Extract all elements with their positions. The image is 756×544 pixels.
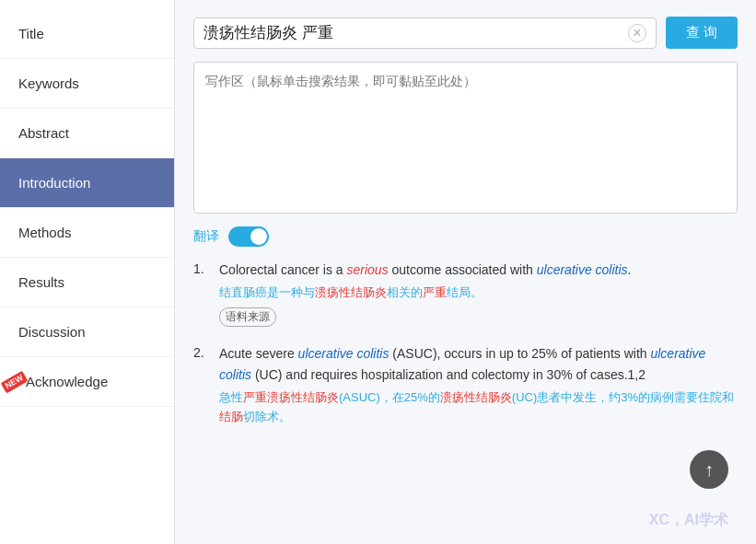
sidebar-item-label: Results [18, 274, 64, 290]
result-num-2: 2. [193, 343, 212, 426]
sidebar-item-label: Abstract [18, 125, 69, 141]
main-content: × 查 询 翻译 1. Colorectal cancer is a serio… [175, 0, 756, 544]
translate-label: 翻译 [193, 228, 219, 245]
scroll-up-icon: ↑ [704, 459, 714, 480]
sidebar-item-title[interactable]: Title [0, 9, 174, 59]
result-zh-1: 结直肠癌是一种与溃疡性结肠炎相关的严重结局。 [219, 284, 738, 303]
zh-highlight-severe: 严重溃疡性结肠炎 [243, 390, 339, 404]
result-item-2: 2. Acute severe ulcerative colitis (ASUC… [193, 343, 738, 426]
sidebar-item-results[interactable]: Results [0, 258, 174, 307]
search-input[interactable] [204, 24, 628, 42]
translate-toggle[interactable] [228, 226, 269, 247]
sidebar-item-label: Keywords [18, 75, 79, 91]
toggle-slider [228, 226, 269, 247]
results-list: 1. Colorectal cancer is a serious outcom… [193, 260, 738, 427]
search-button[interactable]: 查 询 [666, 17, 738, 49]
new-badge: NEW [1, 370, 29, 393]
scroll-up-button[interactable]: ↑ [690, 450, 728, 489]
sidebar-item-acknowledge[interactable]: NEW Acknowledge [0, 357, 174, 407]
sidebar: Title Keywords Abstract Introduction Met… [0, 0, 175, 544]
result-num-1: 1. [193, 260, 212, 327]
translate-row: 翻译 [193, 226, 738, 247]
highlight-uc1: ulcerative colitis [537, 262, 628, 277]
result-en-2: Acute severe ulcerative colitis (ASUC), … [219, 343, 738, 385]
result-zh-2: 急性严重溃疡性结肠炎(ASUC)，在25%的溃疡性结肠炎(UC)患者中发生，约3… [219, 388, 738, 427]
result-content-1: Colorectal cancer is a serious outcome a… [219, 260, 738, 327]
sidebar-item-label: Acknowledge [26, 374, 108, 389]
highlight-serious: serious [347, 262, 389, 277]
zh-highlight-colon: 结肠 [219, 410, 243, 423]
sidebar-item-label: Methods [18, 225, 72, 240]
zh-highlight-uc: 溃疡性结肠炎 [315, 285, 387, 299]
zh-highlight-serious: 严重 [423, 285, 447, 299]
search-bar: × 查 询 [193, 17, 738, 49]
result-content-2: Acute severe ulcerative colitis (ASUC), … [219, 343, 738, 426]
sidebar-item-introduction[interactable]: Introduction [0, 158, 174, 208]
sidebar-item-discussion[interactable]: Discussion [0, 307, 174, 357]
sidebar-item-keywords[interactable]: Keywords [0, 59, 174, 109]
search-input-wrapper: × [193, 17, 657, 49]
writing-area[interactable] [193, 62, 738, 214]
result-item-1: 1. Colorectal cancer is a serious outcom… [193, 260, 738, 327]
result-en-1: Colorectal cancer is a serious outcome a… [219, 260, 738, 280]
highlight-uc2: ulcerative colitis [298, 346, 390, 361]
sidebar-item-label: Introduction [18, 175, 90, 191]
source-tag-1[interactable]: 语料来源 [219, 307, 276, 327]
clear-button[interactable]: × [628, 24, 646, 42]
sidebar-item-label: Discussion [18, 324, 86, 340]
sidebar-item-methods[interactable]: Methods [0, 208, 174, 258]
sidebar-item-abstract[interactable]: Abstract [0, 109, 174, 158]
highlight-uc3: ulcerative colitis [219, 346, 705, 381]
sidebar-item-label: Title [18, 26, 44, 41]
zh-highlight-uc2: 溃疡性结肠炎 [440, 390, 512, 404]
